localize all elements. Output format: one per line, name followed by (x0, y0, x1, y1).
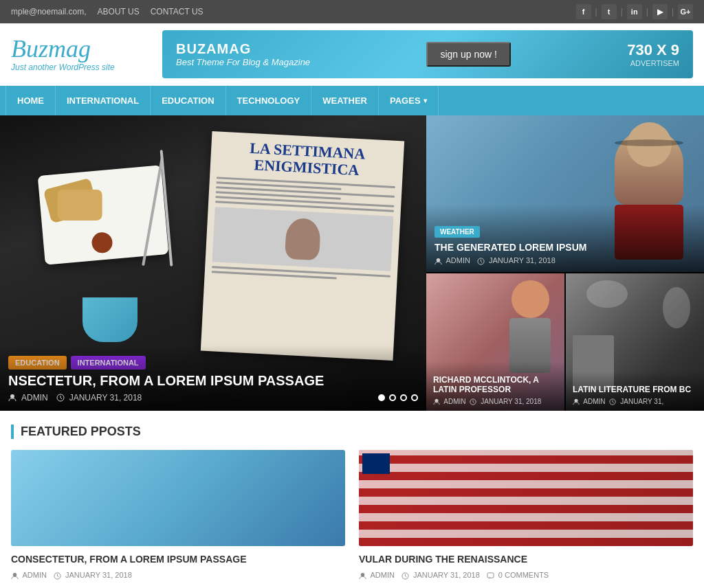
featured-section: FEATURED PPOSTS CONSECTETUR, FROM A LORE… (0, 411, 704, 588)
fc1-date: JANUARY 31, 2018 (54, 571, 132, 580)
sep4: | (672, 7, 674, 16)
hero-card-right-meta: ADMIN JANUARY 31, (573, 398, 697, 405)
twitter-icon[interactable]: t (602, 4, 617, 19)
banner-ad-size: 730 X 9 ADVERTISEM (627, 41, 679, 67)
hero-card-right-caption: LATIN LITERATURE FROM BC ADMIN JANUARY 3… (566, 371, 704, 411)
svg-point-2 (437, 258, 441, 262)
dot-2[interactable] (389, 394, 396, 401)
fc2-comments: 0 COMMENTS (487, 571, 549, 580)
flag-decoration (359, 450, 693, 546)
googleplus-icon[interactable]: G+ (678, 4, 693, 19)
clock-icon-fc1 (54, 572, 61, 580)
banner-ad: BUZAMAG Best Theme For Blog & Magazine s… (162, 30, 693, 78)
social-links: f | t | in | ▶ | G+ (576, 4, 694, 19)
hero-date: JANUARY 31, 2018 (56, 393, 142, 403)
sep2: | (621, 7, 623, 16)
clock-icon-tr (477, 258, 485, 265)
cup-decoration (82, 297, 138, 342)
hero-side-bottom: RICHARD MCCLINTOCK, A LATIN PROFESSOR AD… (426, 273, 704, 411)
hero-card-left-caption: RICHARD MCCLINTOCK, A LATIN PROFESSOR AD… (426, 361, 564, 411)
email-link[interactable]: mple@noemail.com, (11, 7, 87, 16)
hero-main-title: NSECTETUR, FROM A LOREM IPSUM PASSAGE (8, 372, 418, 389)
comment-icon-fc2 (487, 572, 494, 580)
hero-card-right-title: LATIN LITERATURE FROM BC (573, 385, 697, 394)
logo-subtitle: Just another WordPress site (11, 63, 148, 72)
logo-title[interactable]: Buzmag (11, 36, 148, 61)
dot-1[interactable] (378, 394, 385, 401)
nav-weather[interactable]: WEATHER (311, 86, 379, 115)
banner-ad-title: BUZAMAG (176, 41, 310, 57)
featured-card-meta-1: ADMIN JANUARY 31, 2018 (11, 571, 345, 580)
linkedin-icon[interactable]: in (627, 4, 642, 19)
hero-side-top-caption: WEATHER THE GENERATED LOREM IPSUM ADMIN … (426, 205, 704, 272)
banner-ad-subtitle: Best Theme For Blog & Magazine (176, 57, 310, 67)
br-author: ADMIN (573, 398, 605, 405)
dot-3[interactable] (400, 394, 407, 401)
hero-card-left-meta: ADMIN JANUARY 31, 2018 (433, 398, 558, 405)
nav-international[interactable]: INTERNATIONAL (56, 86, 151, 115)
featured-card-1: CONSECTETUR, FROM A LOREM IPSUM PASSAGE … (11, 450, 345, 580)
hero-side-top-title: THE GENERATED LOREM IPSUM (434, 242, 696, 253)
top-right-author: ADMIN (434, 256, 470, 265)
hero-card-left-title: RICHARD MCCLINTOCK, A LATIN PROFESSOR (433, 375, 558, 395)
plate-decoration (38, 165, 169, 264)
featured-grid: CONSECTETUR, FROM A LOREM IPSUM PASSAGE … (11, 450, 693, 580)
svg-point-8 (13, 573, 17, 577)
featured-card-2: VULAR DURING THE RENAISSANCE ADMIN JANUA… (359, 450, 693, 580)
person-icon-tr (434, 258, 442, 265)
contact-link[interactable]: CONTACT US (151, 7, 204, 16)
br-date: JANUARY 31, (609, 398, 663, 405)
clock-icon-fc2 (402, 572, 409, 580)
person-icon (8, 394, 16, 402)
newspaper-decoration: LA SETTIMANAENIGMISTICA (201, 131, 404, 361)
hero-side-card-left: RICHARD MCCLINTOCK, A LATIN PROFESSOR AD… (426, 273, 564, 411)
svg-rect-12 (487, 573, 494, 578)
sep3: | (646, 7, 648, 16)
clock-icon-bl (470, 398, 476, 405)
hero-section: LA SETTIMANAENIGMISTICA (0, 115, 704, 411)
nav-home[interactable]: HOME (6, 86, 56, 115)
hero-author: ADMIN (8, 393, 48, 403)
weather-badge: WEATHER (434, 226, 480, 238)
hero-side: WEATHER THE GENERATED LOREM IPSUM ADMIN … (426, 115, 704, 411)
featured-card-title-2[interactable]: VULAR DURING THE RENAISSANCE (359, 553, 693, 565)
nav-education[interactable]: EDUCATION (151, 86, 226, 115)
bl-date: JANUARY 31, 2018 (470, 398, 541, 405)
bl-author: ADMIN (433, 398, 465, 405)
fc2-date: JANUARY 31, 2018 (402, 571, 480, 580)
dot-4[interactable] (411, 394, 418, 401)
header: Buzmag Just another WordPress site BUZAM… (0, 23, 704, 86)
main-nav: HOME INTERNATIONAL EDUCATION TECHNOLOGY … (0, 86, 704, 115)
featured-thumb-1 (11, 450, 345, 546)
clock-icon-br (609, 398, 616, 405)
signup-button[interactable]: sign up now ! (426, 42, 511, 67)
about-link[interactable]: ABOUT US (98, 7, 140, 16)
svg-point-10 (361, 573, 365, 577)
thumb-bg-1 (11, 450, 345, 546)
featured-card-title-1[interactable]: CONSECTETUR, FROM A LOREM IPSUM PASSAGE (11, 553, 345, 565)
person-icon-fc1 (11, 572, 19, 580)
featured-section-title: FEATURED PPOSTS (11, 425, 693, 439)
nav-pages[interactable]: PAGES ▾ (379, 86, 439, 115)
sep1: | (595, 7, 597, 16)
facebook-icon[interactable]: f (576, 4, 591, 19)
thumb-bg-2 (359, 450, 693, 546)
featured-thumb-2 (359, 450, 693, 546)
top-right-date: JANUARY 31, 2018 (477, 256, 556, 265)
nav-pages-label: PAGES (390, 95, 421, 106)
featured-card-meta-2: ADMIN JANUARY 31, 2018 0 COMMENTS (359, 571, 693, 580)
fc2-author: ADMIN (359, 571, 395, 580)
nav-technology[interactable]: TECHNOLOGY (226, 86, 312, 115)
carousel-dots (378, 394, 418, 401)
svg-point-4 (435, 399, 439, 403)
hero-side-card-right: LATIN LITERATURE FROM BC ADMIN JANUARY 3… (566, 273, 704, 411)
hero-main: LA SETTIMANAENIGMISTICA (0, 115, 426, 411)
top-bar: mple@noemail.com, ABOUT US CONTACT US f … (0, 0, 704, 23)
hero-main-caption: NSECTETUR, FROM A LOREM IPSUM PASSAGE AD… (0, 345, 426, 411)
hero-main-meta: ADMIN JANUARY 31, 2018 (8, 393, 418, 403)
clock-icon (56, 394, 65, 402)
svg-point-0 (10, 394, 14, 398)
hero-side-top: WEATHER THE GENERATED LOREM IPSUM ADMIN … (426, 115, 704, 272)
banner-ad-text: BUZAMAG Best Theme For Blog & Magazine (176, 41, 310, 67)
youtube-icon[interactable]: ▶ (652, 4, 668, 19)
